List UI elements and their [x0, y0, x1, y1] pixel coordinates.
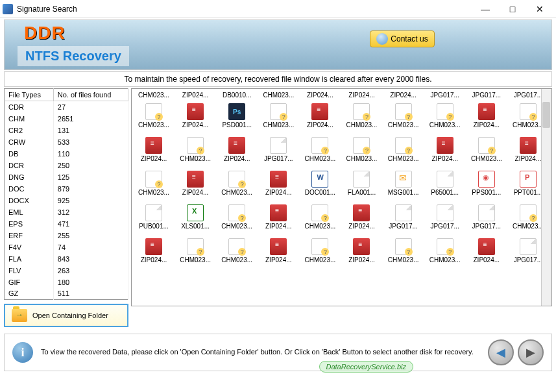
file-type-row[interactable]: DNG125	[5, 171, 128, 183]
file-type-row[interactable]: GZ511	[5, 288, 128, 300]
file-item[interactable]: ZIP024...	[134, 238, 173, 271]
file-type-row[interactable]: CDR27	[5, 101, 128, 113]
file-item[interactable]: DB0010...	[217, 92, 256, 102]
file-label: ZIP024...	[224, 155, 250, 162]
file-item[interactable]: ZIP024...	[467, 238, 506, 271]
file-item[interactable]: ZIP024...	[300, 92, 339, 102]
file-item[interactable]: CHM023...	[467, 137, 506, 169]
file-item[interactable]: ZIP024...	[259, 204, 298, 237]
file-type-row[interactable]: FLV263	[5, 265, 128, 276]
file-item[interactable]: XLS001...	[176, 204, 215, 237]
file-types-table[interactable]: File Types No. of files found CDR27CHM26…	[4, 88, 128, 300]
file-item[interactable]: ZIP024...	[176, 171, 215, 203]
file-item[interactable]: PsPSD001...	[217, 103, 256, 136]
file-item[interactable]: ZIP024...	[342, 204, 381, 237]
file-item[interactable]: DOC001...	[300, 171, 339, 203]
file-label: JPG017...	[514, 92, 542, 99]
contact-us-button[interactable]: Contact us	[370, 31, 435, 47]
xls-file-icon	[187, 204, 204, 221]
file-item[interactable]: PPS001...	[467, 171, 506, 203]
info-strip: To maintain the speed of recovery, recov…	[4, 71, 552, 87]
forward-button[interactable]	[518, 339, 544, 365]
col-file-count[interactable]: No. of files found	[53, 89, 128, 101]
file-type-row[interactable]: CHM2651	[5, 113, 128, 125]
file-item[interactable]: CHM023...	[384, 238, 423, 271]
blank-file-icon	[478, 204, 495, 221]
file-type-cell: F4V	[5, 241, 54, 253]
file-type-row[interactable]: DOC879	[5, 183, 128, 195]
file-item[interactable]: CHM023...	[300, 204, 339, 237]
file-item[interactable]: CHM023...	[217, 171, 256, 203]
file-count-cell: 925	[53, 195, 128, 206]
open-containing-folder-button[interactable]: Open Containing Folder	[4, 304, 128, 327]
file-label: ZIP024...	[141, 256, 167, 263]
file-label: PUB001...	[139, 223, 169, 230]
file-item[interactable]: CHM023...	[342, 137, 381, 169]
zip-file-icon	[478, 103, 495, 120]
col-file-types[interactable]: File Types	[5, 89, 54, 101]
file-item[interactable]: CHM023...	[217, 204, 256, 237]
file-item[interactable]: CHM023...	[217, 238, 256, 271]
file-item[interactable]: ZIP024...	[300, 103, 339, 136]
file-type-row[interactable]: CRW533	[5, 136, 128, 148]
file-item[interactable]: JPG017...	[426, 92, 465, 102]
logo: DDR	[24, 23, 66, 43]
file-item[interactable]: ZIP024...	[467, 103, 506, 136]
back-button[interactable]	[488, 339, 514, 365]
file-item[interactable]: ZIP024...	[176, 92, 215, 102]
vertical-scrollbar[interactable]	[541, 89, 551, 306]
file-item[interactable]: ZIP024...	[217, 137, 256, 169]
file-item[interactable]: JPG017...	[384, 204, 423, 237]
file-item[interactable]: CHM023...	[426, 103, 465, 136]
file-item[interactable]: CHM023...	[300, 137, 339, 169]
file-item[interactable]: JPG017...	[467, 92, 506, 102]
file-item[interactable]: ZIP024...	[384, 92, 423, 102]
file-item[interactable]: MSG001...	[384, 171, 423, 203]
file-item[interactable]: JPG017...	[259, 137, 298, 169]
file-label: CHM023...	[346, 155, 378, 162]
file-item[interactable]: CHM023...	[134, 103, 173, 136]
file-item[interactable]: CHM023...	[259, 92, 298, 102]
file-item[interactable]: ZIP024...	[426, 137, 465, 169]
file-item[interactable]: CHM023...	[134, 171, 173, 203]
file-item[interactable]: ZIP024...	[342, 92, 381, 102]
file-item[interactable]: ZIP024...	[134, 137, 173, 169]
file-item[interactable]: CHM023...	[259, 103, 298, 136]
file-item[interactable]: CHM023...	[176, 137, 215, 169]
file-item[interactable]: CHM023...	[384, 103, 423, 136]
maximize-button[interactable]: □	[499, 1, 526, 17]
file-item[interactable]: CHM023...	[300, 238, 339, 271]
chm-file-icon	[311, 137, 328, 154]
file-type-row[interactable]: DCR250	[5, 160, 128, 171]
file-item[interactable]: CHM023...	[342, 103, 381, 136]
file-type-row[interactable]: EPS471	[5, 218, 128, 230]
file-item[interactable]: ZIP024...	[259, 238, 298, 271]
file-item[interactable]: CHM023...	[134, 92, 173, 102]
file-type-row[interactable]: GIF180	[5, 276, 128, 288]
file-item[interactable]: ZIP024...	[176, 103, 215, 136]
file-item[interactable]: JPG017...	[467, 204, 506, 237]
file-item[interactable]: CHM023...	[176, 238, 215, 271]
file-type-row[interactable]: ERF255	[5, 230, 128, 241]
file-item[interactable]: P65001...	[426, 171, 465, 203]
file-count-cell: 511	[53, 288, 128, 300]
file-type-row[interactable]: EML312	[5, 206, 128, 218]
file-item[interactable]: CHM023...	[426, 238, 465, 271]
file-label: ZIP024...	[307, 121, 333, 129]
file-type-row[interactable]: DOCX925	[5, 195, 128, 206]
file-item[interactable]: ZIP024...	[342, 238, 381, 271]
file-item[interactable]: JPG017...	[426, 204, 465, 237]
file-type-row[interactable]: FLA843	[5, 253, 128, 265]
file-item[interactable]: CHM023...	[384, 137, 423, 169]
file-item[interactable]: FLA001...	[342, 171, 381, 203]
scrollbar-thumb[interactable]	[542, 102, 550, 128]
file-count-cell: 255	[53, 230, 128, 241]
file-item[interactable]: ZIP024...	[259, 171, 298, 203]
close-button[interactable]: ✕	[526, 1, 553, 17]
chm-file-icon	[270, 103, 287, 120]
minimize-button[interactable]: —	[472, 1, 499, 17]
file-type-row[interactable]: F4V74	[5, 241, 128, 253]
file-item[interactable]: PUB001...	[134, 204, 173, 237]
file-type-row[interactable]: CR2131	[5, 125, 128, 136]
file-type-row[interactable]: DB110	[5, 148, 128, 160]
